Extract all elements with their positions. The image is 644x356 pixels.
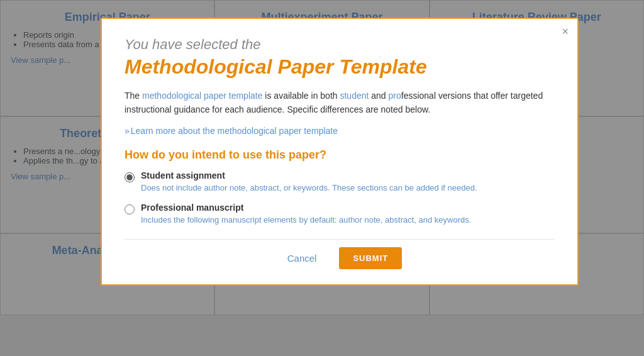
modal-footer: Cancel SUBMIT bbox=[125, 239, 555, 269]
modal-description: The methodological paper template is ava… bbox=[125, 89, 555, 117]
description-highlight-1: methodological paper template bbox=[142, 91, 262, 101]
professional-description: Includes the following manuscript elemen… bbox=[141, 214, 471, 226]
submit-button[interactable]: SUBMIT bbox=[339, 247, 402, 269]
description-highlight-3: pro bbox=[389, 91, 401, 101]
modal-dialog: × You have selected the Methodological P… bbox=[101, 18, 579, 286]
close-button[interactable]: × bbox=[562, 25, 569, 38]
student-radio[interactable] bbox=[125, 172, 135, 182]
modal-question: How do you intend to use this paper? bbox=[125, 148, 555, 162]
student-description: Does not include author note, abstract, … bbox=[141, 182, 477, 194]
description-highlight-2: student bbox=[340, 91, 369, 101]
modal-subtitle: You have selected the bbox=[125, 36, 555, 53]
professional-label: Professional manuscript bbox=[141, 203, 471, 213]
learn-more-link[interactable]: Learn more about the methodological pape… bbox=[125, 126, 555, 136]
student-option: Student assignment Does not include auth… bbox=[125, 170, 555, 194]
professional-option: Professional manuscript Includes the fol… bbox=[125, 203, 555, 226]
professional-radio[interactable] bbox=[125, 204, 135, 214]
student-label: Student assignment bbox=[141, 170, 477, 181]
modal-title: Methodological Paper Template bbox=[125, 55, 555, 79]
cancel-button[interactable]: Cancel bbox=[277, 248, 327, 269]
